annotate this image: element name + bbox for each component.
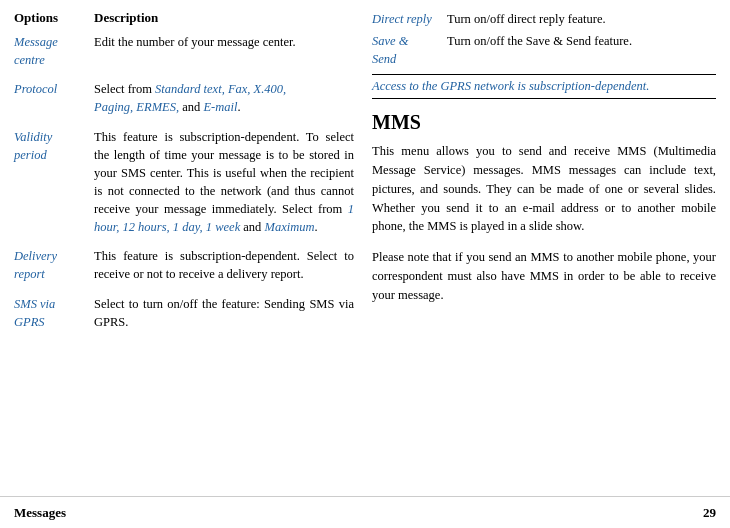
email-link: E-mail: [203, 100, 237, 114]
direct-reply-row: Direct reply Turn on/off direct reply fe…: [372, 10, 716, 28]
option-label: Messagecentre: [14, 30, 94, 77]
table-row: Protocol Select from Standard text, Fax,…: [14, 77, 354, 124]
footer-left: Messages: [14, 505, 66, 521]
mms-paragraph-2: Please note that if you send an MMS to a…: [372, 248, 716, 304]
option-label: Validityperiod: [14, 125, 94, 245]
save-send-label: Save &Send: [372, 32, 447, 68]
left-column: Options Description Messagecentre Edit t…: [14, 10, 354, 466]
direct-reply-desc: Turn on/off direct reply feature.: [447, 10, 716, 28]
footer-right: 29: [703, 505, 716, 521]
save-send-desc: Turn on/off the Save & Send feature.: [447, 32, 716, 68]
right-column: Direct reply Turn on/off direct reply fe…: [372, 10, 716, 466]
footer: Messages 29: [0, 496, 730, 528]
access-note: Access to the GPRS network is subscripti…: [372, 74, 716, 99]
table-row: Messagecentre Edit the number of your me…: [14, 30, 354, 77]
protocol-link: Standard text, Fax, X.400,Paging, ERMES,: [94, 82, 286, 114]
validity-options-link: 1 hour, 12 hours, 1 day, 1 week: [94, 202, 354, 234]
col-header-description: Description: [94, 10, 354, 30]
option-desc: Select from Standard text, Fax, X.400,Pa…: [94, 77, 354, 124]
mms-paragraph-1: This menu allows you to send and receive…: [372, 142, 716, 236]
option-desc: Select to turn on/off the feature: Sendi…: [94, 292, 354, 339]
option-desc: Edit the number of your message center.: [94, 30, 354, 77]
col-header-options: Options: [14, 10, 94, 30]
table-row: Deliveryreport This feature is subscript…: [14, 244, 354, 291]
option-desc: This feature is subscription-dependent. …: [94, 244, 354, 291]
option-label: Protocol: [14, 77, 94, 124]
maximum-link: Maximum: [265, 220, 315, 234]
mms-title: MMS: [372, 111, 716, 134]
table-row: Validityperiod This feature is subscript…: [14, 125, 354, 245]
option-label: SMS viaGPRS: [14, 292, 94, 339]
save-send-row: Save &Send Turn on/off the Save & Send f…: [372, 32, 716, 68]
table-row: SMS viaGPRS Select to turn on/off the fe…: [14, 292, 354, 339]
option-desc: This feature is subscription-dependent. …: [94, 125, 354, 245]
direct-reply-label: Direct reply: [372, 10, 447, 28]
right-top-section: Direct reply Turn on/off direct reply fe…: [372, 10, 716, 68]
option-label: Deliveryreport: [14, 244, 94, 291]
